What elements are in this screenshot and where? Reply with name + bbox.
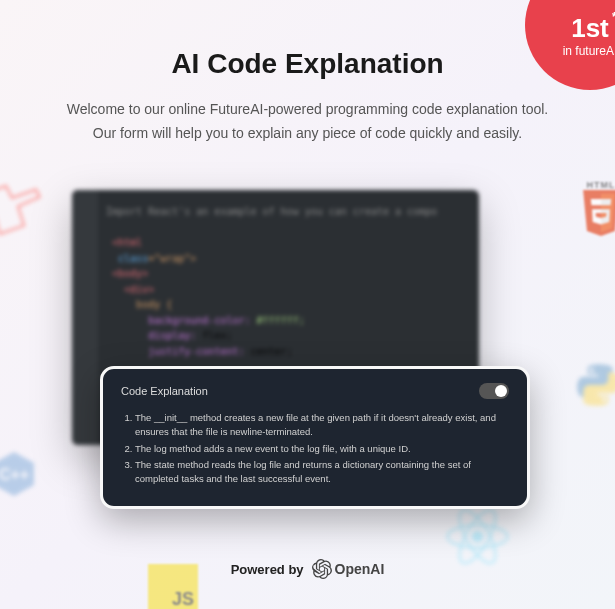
js-icon: JS [148, 564, 198, 609]
code-line: <body> [106, 266, 465, 282]
footer: Powered by OpenAI [0, 559, 615, 579]
toggle-knob [495, 385, 507, 397]
code-line: Import React's an example of how you can… [106, 204, 465, 220]
explanation-panel: Code Explanation The __init__ method cre… [100, 366, 530, 509]
header: AI Code Explanation Welcome to our onlin… [0, 48, 615, 146]
code-line: background-color: #ffffff; [106, 313, 465, 329]
code-gutter [72, 190, 98, 445]
panel-title: Code Explanation [121, 385, 208, 397]
python-icon [573, 360, 615, 410]
code-line: <html [106, 235, 465, 251]
powered-by-label: Powered by [231, 562, 304, 577]
openai-icon [312, 559, 332, 579]
html5-icon: HTML [577, 180, 615, 236]
page-subtitle: Welcome to our online FutureAI-powered p… [60, 98, 555, 146]
explanation-list: The __init__ method creates a new file a… [121, 411, 509, 486]
code-line: body { [106, 297, 465, 313]
svg-point-1 [473, 532, 482, 541]
list-item: The __init__ method creates a new file a… [135, 411, 509, 440]
code-line: justify-content: center; [106, 344, 465, 360]
openai-logo: OpenAI [312, 559, 385, 579]
badge-sub: in futureAI [563, 44, 615, 58]
badge-rank: 1st [571, 13, 609, 44]
openai-brand-text: OpenAI [335, 561, 385, 577]
page-title: AI Code Explanation [60, 48, 555, 80]
list-item: The state method reads the log file and … [135, 458, 509, 487]
cpp-icon: C++ [0, 450, 38, 500]
code-line [106, 220, 465, 236]
code-line: display: flex; [106, 328, 465, 344]
code-line: class="wrap"> [106, 251, 465, 267]
code-line: <div> [106, 282, 465, 298]
react-icon [440, 499, 515, 569]
panel-toggle[interactable] [479, 383, 509, 399]
panel-header: Code Explanation [121, 383, 509, 399]
list-item: The log method adds a new event to the l… [135, 442, 509, 456]
svg-text:C++: C++ [0, 466, 29, 483]
laravel-icon [0, 180, 42, 240]
